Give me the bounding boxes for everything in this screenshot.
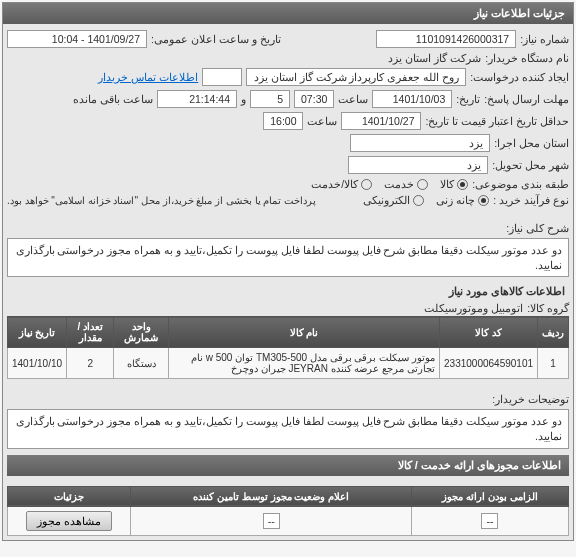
required-select[interactable]: --: [481, 513, 498, 529]
view-license-button[interactable]: مشاهده مجوز: [26, 511, 112, 531]
th-status: اعلام وضعیت مجوز توسط تامین کننده: [131, 486, 412, 506]
deadline-time-label: ساعت: [338, 93, 368, 105]
licenses-table: الزامی بودن ارائه مجوز اعلام وضعیت مجوز …: [7, 486, 569, 536]
row-creator: ایجاد کننده درخواست: روح الله جعفری کارپ…: [7, 66, 569, 88]
req-no-label: شماره نیاز:: [520, 33, 569, 45]
cell-date: 1401/10/10: [8, 348, 67, 379]
cell-required: --: [411, 506, 568, 535]
panel-title: جزئیات اطلاعات نیاز: [3, 3, 573, 24]
row-buy-type: نوع فرآیند خرید : چانه زنی الکترونیکی پر…: [7, 192, 569, 208]
buyer-notes-label: توضیحات خریدار:: [489, 387, 569, 405]
radio-icon: [413, 195, 424, 206]
th-name: نام کالا: [169, 317, 440, 348]
cell-details: مشاهده مجوز: [8, 506, 131, 535]
group-label: گروه کالا:: [527, 302, 569, 314]
topic-cat-label: طبقه بندی موضوعی:: [472, 178, 569, 190]
days-left-sep: و: [241, 93, 246, 105]
th-qty: تعداد / مقدار: [67, 317, 114, 348]
buyer-label: نام دستگاه خریدار:: [485, 52, 569, 64]
ann-date-field: 1401/09/27 - 10:04: [7, 30, 147, 48]
payment-note: پرداخت تمام یا بخشی از مبلغ خرید،از محل …: [7, 195, 316, 206]
radio-both[interactable]: کالا/خدمت: [311, 178, 372, 190]
cell-qty: 2: [67, 348, 114, 379]
days-left: 5: [250, 90, 290, 108]
buy-type-label: نوع فرآیند خرید :: [493, 194, 569, 206]
deadline-date-label: تاریخ:: [456, 93, 480, 105]
radio-kala[interactable]: کالا: [440, 178, 468, 190]
radio-bargain[interactable]: چانه زنی: [436, 194, 489, 206]
topic-cat-radios: کالا خدمت کالا/خدمت: [311, 178, 468, 190]
creator-label: ایجاد کننده درخواست:: [470, 71, 569, 83]
row-min-valid: حداقل تاریخ اعتبار قیمت تا تاریخ: 1401/1…: [7, 110, 569, 132]
row-topic-cat: طبقه بندی موضوعی: کالا خدمت کالا/خدمت: [7, 176, 569, 192]
ann-date-label: تاریخ و ساعت اعلان عمومی:: [151, 33, 281, 45]
cell-idx: 1: [538, 348, 569, 379]
desc-label: شرح کلی نیاز:: [499, 216, 569, 234]
creator-field: روح الله جعفری کارپرداز شرکت گاز استان ی…: [246, 68, 466, 86]
radio-icon: [478, 195, 489, 206]
licenses-title: اطلاعات مجوزهای ارائه خدمت / کالا: [7, 455, 569, 476]
desc-textarea: دو عدد موتور سیکلت دقیقا مطابق شرح فایل …: [7, 238, 569, 277]
row-desc: شرح کلی نیاز: دو عدد موتور سیکلت دقیقا م…: [7, 214, 569, 279]
buyer-notes-textarea: دو عدد موتور سیکلت دقیقا مطابق شرح فایل …: [7, 409, 569, 448]
min-valid-time-label: ساعت: [307, 115, 337, 127]
status-select[interactable]: --: [263, 513, 280, 529]
radio-icon: [361, 179, 372, 190]
radio-electronic-label: الکترونیکی: [363, 194, 410, 206]
cell-status: --: [131, 506, 412, 535]
licenses-row: -- -- مشاهده مجوز: [8, 506, 569, 535]
radio-khadamat[interactable]: خدمت: [384, 178, 428, 190]
deliv-city: یزد: [348, 156, 488, 174]
deadline-date: 1401/10/03: [372, 90, 452, 108]
creator-extra: [202, 68, 242, 86]
row-deliv-city: شهر محل تحویل: یزد: [7, 154, 569, 176]
time-left-label: ساعت باقی مانده: [73, 93, 153, 105]
th-code: کد کالا: [440, 317, 538, 348]
th-date: تاریخ نیاز: [8, 317, 67, 348]
th-unit: واحد شمارش: [114, 317, 169, 348]
min-valid-time: 16:00: [263, 112, 303, 130]
row-exec-place: استان محل اجرا: یزد: [7, 132, 569, 154]
contact-link[interactable]: اطلاعات تماس خریدار: [98, 71, 198, 83]
min-valid-date: 1401/10/27: [341, 112, 421, 130]
min-valid-label: حداقل تاریخ اعتبار قیمت تا تاریخ:: [425, 115, 569, 127]
group-value: اتومبیل وموتورسیکلت: [424, 302, 523, 314]
time-left: 21:14:44: [157, 90, 237, 108]
panel-body: شماره نیاز: 1101091426000317 تاریخ و ساع…: [3, 24, 573, 540]
th-details: جزئیات: [8, 486, 131, 506]
radio-icon: [417, 179, 428, 190]
row-deadline: مهلت ارسال پاسخ: تاریخ: 1401/10/03 ساعت …: [7, 88, 569, 110]
th-required: الزامی بودن ارائه مجوز: [411, 486, 568, 506]
cell-code: 2331000064590101: [440, 348, 538, 379]
deadline-label: مهلت ارسال پاسخ:: [484, 93, 569, 105]
deadline-time: 07:30: [294, 90, 334, 108]
th-idx: ردیف: [538, 317, 569, 348]
exec-place: یزد: [350, 134, 490, 152]
radio-both-label: کالا/خدمت: [311, 178, 358, 190]
req-no-field: 1101091426000317: [376, 30, 516, 48]
radio-electronic[interactable]: الکترونیکی: [363, 194, 424, 206]
row-buyer-notes: توضیحات خریدار: دو عدد موتور سیکلت دقیقا…: [7, 385, 569, 450]
buyer-value: شرکت گاز استان یزد: [388, 52, 481, 64]
radio-icon: [457, 179, 468, 190]
licenses-header-row: الزامی بودن ارائه مجوز اعلام وضعیت مجوز …: [8, 486, 569, 506]
row-request-number: شماره نیاز: 1101091426000317 تاریخ و ساع…: [7, 28, 569, 50]
row-buyer: نام دستگاه خریدار: شرکت گاز استان یزد: [7, 50, 569, 66]
goods-table: ردیف کد کالا نام کالا واحد شمارش تعداد /…: [7, 316, 569, 379]
deliv-city-label: شهر محل تحویل:: [492, 159, 569, 171]
radio-kala-label: کالا: [440, 178, 454, 190]
table-row: 1 2331000064590101 موتور سیکلت برقی برقی…: [8, 348, 569, 379]
radio-bargain-label: چانه زنی: [436, 194, 475, 206]
radio-khadamat-label: خدمت: [384, 178, 414, 190]
goods-info-title: اطلاعات کالاهای مورد نیاز: [7, 279, 569, 300]
details-panel: جزئیات اطلاعات نیاز شماره نیاز: 11010914…: [2, 2, 574, 541]
cell-unit: دستگاه: [114, 348, 169, 379]
exec-place-label: استان محل اجرا:: [494, 137, 569, 149]
table-header-row: ردیف کد کالا نام کالا واحد شمارش تعداد /…: [8, 317, 569, 348]
cell-name: موتور سیکلت برقی برقی مدل TM305-500 توان…: [169, 348, 440, 379]
row-group: گروه کالا: اتومبیل وموتورسیکلت: [7, 300, 569, 316]
buy-type-radios: چانه زنی الکترونیکی: [363, 194, 489, 206]
